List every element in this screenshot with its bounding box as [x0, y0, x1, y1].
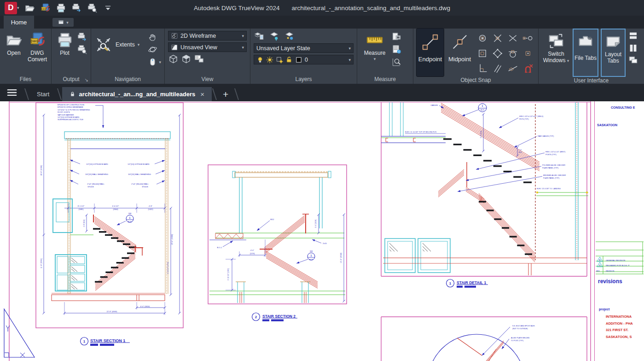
new-tab-button[interactable]: +: [217, 87, 234, 101]
osnap-node-icon[interactable]: [522, 48, 534, 59]
layer-color-swatch: [295, 56, 302, 64]
annotation-text: A-05: [481, 109, 484, 111]
layer-properties-icon[interactable]: [254, 31, 264, 41]
app-menu-button[interactable]: D ▾: [5, 2, 19, 14]
plot-button[interactable]: Plot: [55, 31, 75, 57]
cascade-icon[interactable]: [628, 55, 638, 66]
annotation-text: PLATE PANEL (TYP.): [542, 167, 558, 169]
layout-tabs-icon: [604, 32, 622, 50]
ribbon-tab-row: Home ▾: [0, 16, 644, 29]
layer-isolate-icon[interactable]: [269, 31, 279, 41]
file-tabs-button[interactable]: File Tabs: [573, 29, 598, 77]
plot-icon[interactable]: [56, 3, 66, 13]
layer-unisolate-icon[interactable]: [284, 31, 295, 41]
batch-plot-icon[interactable]: [77, 32, 87, 42]
annotation-text: ALUM. PLATE WELDED: [511, 337, 530, 339]
midpoint-label: Midpoint: [448, 56, 471, 63]
panel-label-user-interface: User Interface: [539, 77, 644, 84]
annotation-text: B: [599, 259, 600, 262]
annotation-text: INTERNATIONA: [606, 314, 632, 319]
properties-list-icon[interactable]: i: [391, 44, 402, 55]
open-button[interactable]: Open: [3, 31, 24, 57]
tile-horizontally-icon[interactable]: [628, 30, 638, 41]
panel-files: Open DWG DWGConvert Files: [0, 29, 52, 84]
switch-windows-button[interactable]: SwitchWindows ▾: [542, 29, 570, 64]
measure-button[interactable]: Measure ▾: [360, 31, 389, 62]
panel-label-output: Output↘: [52, 75, 91, 84]
osnap-parallel-icon[interactable]: [492, 63, 503, 74]
layout-tabs-button[interactable]: LayoutTabs: [601, 29, 626, 77]
batch-plot-icon[interactable]: [71, 3, 82, 13]
ribbon-tab-home[interactable]: Home: [4, 16, 34, 29]
annotation-text: 4'-8": [149, 205, 153, 207]
annotation-text: SIM: [128, 213, 131, 215]
titlebar: D ▾ DWG Autodesk DWG TrueView 2024archit…: [0, 0, 644, 16]
osnap-quadrant-icon[interactable]: [492, 48, 503, 59]
annotation-text: ROOF JOISTS: [58, 111, 70, 113]
annotation-text: HSS 1-1/2"x1-1/2"x1/2" (WELD): [519, 116, 543, 117]
preview-icon[interactable]: [87, 3, 98, 13]
panel-measure: Measure ▾ i Measure: [357, 29, 413, 84]
osnap-tangent-icon[interactable]: [507, 48, 518, 59]
close-tab-icon[interactable]: ×: [200, 90, 204, 98]
hamburger-icon: [6, 87, 18, 99]
endpoint-icon: [421, 32, 440, 52]
tab-start[interactable]: Start: [29, 87, 57, 101]
measure-label: Measure: [364, 50, 386, 57]
menu-button[interactable]: [0, 84, 24, 101]
panel-label-layers: Layers: [250, 75, 357, 84]
tab-drawing-file[interactable]: architectural_-_an...ng_and_multileaders…: [62, 87, 212, 101]
orbit-icon[interactable]: [147, 44, 158, 55]
drawing-area: CONSULTING ESASKATOONBGENERAL REVISIONAR…: [0, 101, 644, 361]
quick-measure-icon[interactable]: [391, 57, 402, 67]
layer-on-icon: [256, 56, 264, 64]
annotation-text: EPDM ROOF CONSTRUCTION:: [58, 104, 85, 106]
osnap-perpendicular-icon[interactable]: [477, 63, 488, 74]
annotation-text: (2481): [79, 209, 84, 210]
dwg-convert-icon[interactable]: DWG: [40, 3, 51, 13]
pan-icon[interactable]: [147, 32, 158, 42]
osnap-center-icon[interactable]: [477, 33, 488, 44]
tab-separator: [212, 87, 217, 101]
osnap-nearest-icon[interactable]: [507, 63, 518, 74]
osnap-intersection-icon[interactable]: [492, 33, 503, 44]
osnap-off-icon[interactable]: [522, 63, 534, 74]
osnap-midpoint-button[interactable]: Midpoint: [446, 29, 473, 76]
chevron-down-icon: ▾: [374, 57, 376, 61]
cube-wireframe-icon[interactable]: [168, 54, 179, 64]
dwg-convert-button[interactable]: DWG DWGConvert: [27, 31, 48, 63]
annotation-text: A: [599, 264, 600, 267]
annotation-text: 11'-8" [3581]: [40, 258, 42, 268]
customize-toolbar-icon[interactable]: [103, 3, 113, 13]
steering-wheel-icon[interactable]: [147, 57, 158, 67]
convert-label-1: DWG: [30, 50, 44, 56]
ribbon-display-toggle[interactable]: ▾: [52, 18, 74, 27]
named-view-combo[interactable]: Unsaved View ▾: [168, 42, 247, 52]
osnap-endpoint-button[interactable]: Endpoint: [417, 29, 444, 76]
layer-combo[interactable]: 0 ▾: [254, 55, 354, 64]
osnap-extension-icon[interactable]: [522, 33, 534, 44]
layer-state-combo[interactable]: Unsaved Layer State ▾: [254, 43, 354, 53]
osnap-insertion-icon[interactable]: [477, 48, 488, 59]
visual-style-combo[interactable]: 2D Wireframe ▾: [168, 31, 247, 41]
chevron-down-icon: ▾: [138, 42, 140, 47]
panel-label-measure: Measure: [357, 75, 413, 84]
chevron-down-icon: ▾: [242, 45, 244, 50]
sheet-set-icon[interactable]: [391, 32, 402, 42]
cube-shaded-icon[interactable]: [181, 54, 191, 64]
osnap-apparent-intersection-icon[interactable]: [507, 33, 518, 44]
drawing-canvas[interactable]: CONSULTING ESASKATOONBGENERAL REVISIONAR…: [0, 101, 644, 361]
annotation-text: 20'-8" [6300]: [40, 165, 42, 175]
annotation-text: POLISHED ALUM. CHECKER: [542, 164, 565, 166]
panel-label-object-snap: Object Snap: [413, 76, 538, 84]
annotation-text: 4'-0": [250, 249, 255, 251]
dialog-launcher-icon[interactable]: ↘: [85, 77, 88, 82]
annotation-text: 2'-8" [813]: [83, 220, 85, 227]
open-icon[interactable]: [24, 3, 35, 13]
view-manager-icon[interactable]: [194, 54, 204, 64]
annotation-text: STAIR DETAIL 1: [457, 280, 487, 285]
preview-icon[interactable]: [77, 44, 87, 55]
annotation-text: 6'-0" (1824): [140, 305, 150, 308]
tile-vertically-icon[interactable]: [628, 43, 638, 53]
zoom-extents-button[interactable]: Extents ▾: [94, 31, 139, 54]
